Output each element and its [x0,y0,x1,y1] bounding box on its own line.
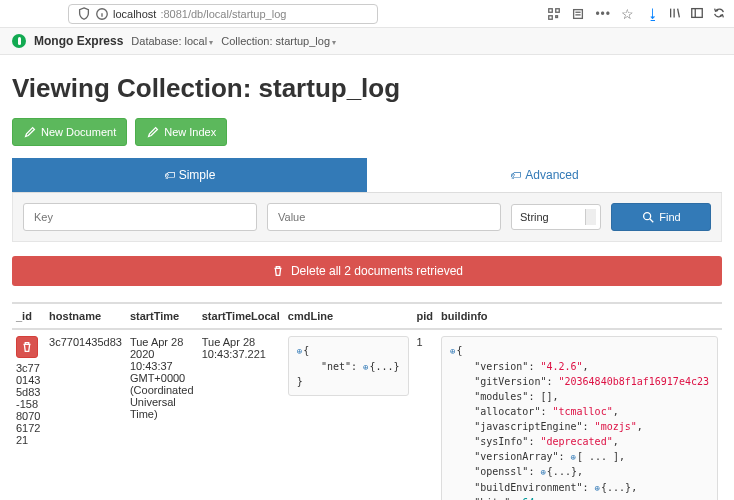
col-id: _id [12,304,45,329]
col-hostname: hostname [45,304,126,329]
svg-line-16 [650,219,654,223]
chevron-down-icon: ▾ [332,38,336,47]
find-button[interactable]: Find [611,203,711,231]
app-topnav: Mongo Express Database: local▾ Collectio… [0,28,734,55]
url-right-icons: ••• ☆ [547,6,634,22]
url-path: :8081/db/local/startup_log [160,8,286,20]
svg-rect-4 [556,8,560,12]
browser-toolbar-right: ⭳ [646,6,726,22]
download-icon[interactable]: ⭳ [646,6,660,22]
search-type-select[interactable]: String [511,204,601,230]
sidebar-icon[interactable] [690,6,704,20]
cell-startTimeLocal: Tue Apr 28 10:43:37.221 [198,329,284,500]
cell-startTime: Tue Apr 28 2020 10:43:37 GMT+0000 (Coord… [126,329,198,500]
svg-rect-5 [549,15,553,19]
tags-icon: 🏷 [510,169,521,181]
cell-hostname: 3c7701435d83 [45,329,126,500]
mongo-logo-icon [12,34,26,48]
qr-icon[interactable] [547,7,561,21]
browser-address-bar: localhost:8081/db/local/startup_log ••• … [0,0,734,28]
svg-rect-6 [556,15,558,17]
sync-icon[interactable] [712,6,726,20]
star-icon[interactable]: ☆ [621,6,634,22]
svg-point-15 [644,213,651,220]
url-host: localhost [113,8,156,20]
new-document-button[interactable]: New Document [12,118,127,146]
table-row: 3c7701435d83-1588070617221 3c7701435d83 … [12,329,722,500]
tab-advanced[interactable]: 🏷Advanced [367,158,722,192]
tab-simple[interactable]: 🏷Simple [12,158,367,192]
library-icon[interactable] [668,6,682,20]
col-cmdLine: cmdLine [284,304,413,329]
delete-row-button[interactable] [16,336,38,358]
buildinfo-json[interactable]: { "version": "4.2.6", "gitVersion": "203… [441,336,718,500]
col-buildinfo: buildinfo [437,304,722,329]
tag-icon: 🏷 [164,169,175,181]
pencil-icon [146,125,160,139]
info-icon [95,7,109,21]
svg-rect-7 [574,9,583,18]
documents-table: _id hostname startTime startTimeLocal cm… [12,302,722,500]
search-tabs: 🏷Simple 🏷Advanced [12,158,722,193]
trash-icon [20,340,34,354]
delete-all-button[interactable]: Delete all 2 documents retrieved [12,256,722,286]
url-box[interactable]: localhost:8081/db/local/startup_log [68,4,378,24]
dots-icon[interactable]: ••• [595,7,611,21]
new-index-button[interactable]: New Index [135,118,227,146]
chevron-down-icon: ▾ [209,38,213,47]
breadcrumb-collection[interactable]: Collection: startup_log▾ [221,35,336,47]
search-key-input[interactable] [23,203,257,231]
col-pid: pid [413,304,438,329]
svg-line-12 [678,8,680,17]
search-bar: String Find [12,193,722,242]
col-startTimeLocal: startTimeLocal [198,304,284,329]
pencil-icon [23,125,37,139]
col-startTime: startTime [126,304,198,329]
cell-id[interactable]: 3c7701435d83-1588070617221 [16,362,41,446]
reader-icon[interactable] [571,7,585,21]
cmdline-json[interactable]: { "net": {...} } [288,336,409,396]
svg-rect-3 [549,8,553,12]
brand-label[interactable]: Mongo Express [34,34,123,48]
search-icon [641,210,655,224]
shield-icon [77,7,91,21]
svg-rect-13 [692,8,703,17]
breadcrumb-db[interactable]: Database: local▾ [131,35,213,47]
page-title: Viewing Collection: startup_log [12,73,722,104]
search-value-input[interactable] [267,203,501,231]
trash-icon [271,264,285,278]
cell-pid: 1 [413,329,438,500]
